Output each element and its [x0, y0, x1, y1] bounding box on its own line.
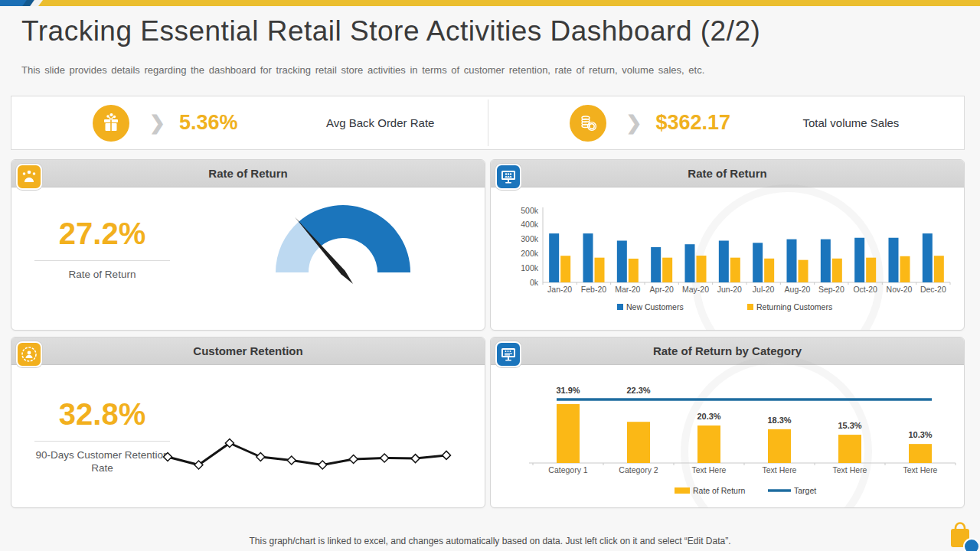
svg-text:10.3%: 10.3% — [908, 430, 932, 439]
svg-text:Rate of Return: Rate of Return — [693, 486, 745, 495]
svg-text:Oct-20: Oct-20 — [853, 285, 877, 294]
monitor-people-icon — [495, 164, 521, 190]
svg-text:200k: 200k — [521, 249, 539, 258]
svg-text:Target: Target — [794, 486, 816, 495]
kpi-value: $362.17 — [655, 111, 770, 135]
svg-text:Category 2: Category 2 — [619, 465, 658, 474]
person-circle-icon — [16, 341, 42, 367]
customer-retention-line-chart[interactable] — [11, 365, 485, 508]
footer-note: This graph/chart is linked to excel, and… — [0, 536, 980, 546]
panel-rate-of-return-by-category: Rate of Return by Category 31.9%Category… — [490, 337, 965, 508]
panel-customer-retention: Customer Retention 32.8% 90-Days Custome… — [11, 337, 485, 508]
svg-text:Jun-20: Jun-20 — [717, 285, 742, 294]
svg-text:100k: 100k — [521, 263, 539, 272]
panel-title: Rate of Return — [688, 167, 766, 180]
svg-text:Text Here: Text Here — [903, 465, 938, 474]
monitor-icon — [495, 341, 521, 367]
svg-text:Apr-20: Apr-20 — [649, 285, 674, 294]
svg-text:Mar-20: Mar-20 — [615, 285, 640, 294]
panel-header: Customer Retention — [11, 337, 485, 365]
svg-text:Text Here: Text Here — [692, 465, 727, 474]
panel-title: Rate of Return by Category — [653, 344, 802, 357]
svg-text:Sep-20: Sep-20 — [818, 285, 844, 294]
shopping-bag-icon — [948, 519, 978, 551]
rate-of-return-gauge-chart[interactable] — [11, 187, 485, 331]
slide-root: Tracking Essential Retail Store Activiti… — [0, 0, 980, 551]
svg-text:Text Here: Text Here — [763, 465, 797, 474]
panel-rate-of-return-gauge: Rate of Return 27.2% Rate of Return — [11, 159, 485, 331]
svg-text:22.3%: 22.3% — [626, 386, 650, 395]
svg-text:18.3%: 18.3% — [767, 416, 791, 425]
svg-text:Nov-20: Nov-20 — [887, 285, 913, 294]
svg-text:Aug-20: Aug-20 — [785, 285, 811, 294]
panel-title: Rate of Return — [208, 167, 287, 180]
page-title: Tracking Essential Retail Store Activiti… — [21, 15, 760, 47]
rate-of-return-monthly-chart[interactable]: 0k100k200k300k400k500kJan-20Feb-20Mar-20… — [491, 187, 965, 331]
svg-text:Jul-20: Jul-20 — [753, 285, 775, 294]
chevron-right-icon: ❯ — [149, 112, 165, 134]
svg-text:15.3%: 15.3% — [838, 421, 861, 430]
chevron-right-icon: ❯ — [626, 112, 642, 134]
gift-icon — [93, 105, 129, 142]
kpi-total-volume-sales: ❯ $362.17 Total volume Sales — [488, 96, 965, 149]
panel-title: Customer Retention — [193, 344, 302, 357]
kpi-label: Avg Back Order Rate — [326, 116, 434, 129]
svg-text:Returning Customers: Returning Customers — [756, 302, 832, 311]
svg-text:20.3%: 20.3% — [697, 412, 720, 421]
svg-text:New Customers: New Customers — [626, 302, 684, 311]
kpi-value: 5.36% — [179, 111, 294, 135]
rate-of-return-by-category-chart[interactable]: 31.9%Category 122.3%Category 220.3%Text … — [491, 365, 965, 508]
svg-text:Feb-20: Feb-20 — [581, 285, 606, 294]
svg-text:Category 1: Category 1 — [548, 465, 588, 474]
svg-text:Jan-20: Jan-20 — [547, 285, 572, 294]
kpi-summary-bar: ❯ 5.36% Avg Back Order Rate ❯ $362.17 To… — [11, 96, 965, 150]
svg-text:300k: 300k — [521, 234, 539, 243]
kpi-back-order-rate: ❯ 5.36% Avg Back Order Rate — [11, 96, 488, 149]
ribbon-yellow-segment — [38, 0, 980, 6]
panel-header: Rate of Return — [11, 160, 485, 187]
panel-header: Rate of Return — [491, 160, 964, 187]
panel-header: Rate of Return by Category — [491, 337, 964, 365]
svg-text:0k: 0k — [530, 278, 539, 287]
coins-icon — [570, 105, 606, 142]
kpi-label: Total volume Sales — [802, 116, 899, 129]
top-ribbon — [0, 0, 980, 6]
svg-text:May-20: May-20 — [682, 285, 709, 294]
customers-icon — [16, 164, 42, 190]
svg-text:400k: 400k — [521, 220, 539, 229]
svg-text:500k: 500k — [521, 206, 539, 215]
svg-text:Text Here: Text Here — [833, 465, 867, 474]
svg-text:31.9%: 31.9% — [556, 386, 580, 395]
panel-rate-of-return-monthly: Rate of Return 0k100k200k300k400k500kJan… — [490, 159, 965, 331]
svg-text:Dec-20: Dec-20 — [920, 285, 946, 294]
page-subtitle: This slide provides details regarding th… — [21, 64, 704, 76]
